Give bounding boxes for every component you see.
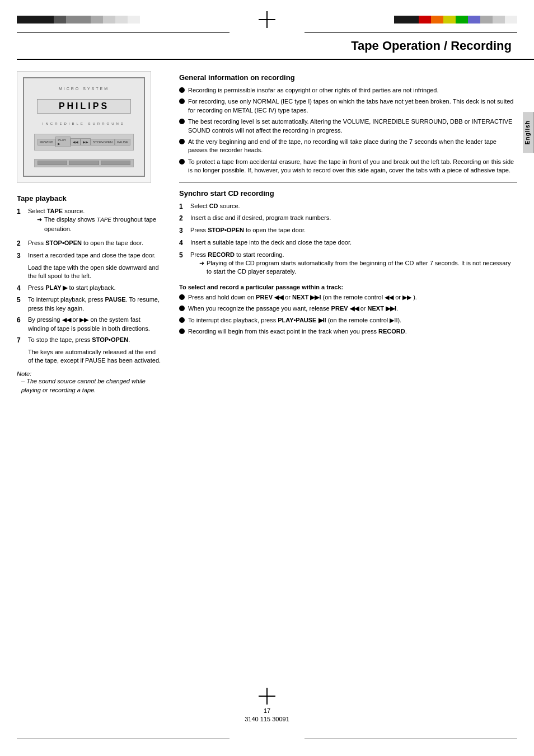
crosshair-bottom [259,688,275,705]
bullet-text: The best recording level is set automati… [188,118,517,135]
section-divider [179,182,517,182]
color-bar [103,16,115,24]
top-color-bars [0,11,534,28]
note-section: Note: – The sound source cannot be chang… [17,370,162,395]
device-tagline-label: INCREDIBLE SURROUND [43,122,125,125]
tape-slot [38,161,67,165]
color-bar [406,16,419,24]
bullet-spacer [17,348,26,365]
next-button[interactable]: ▶▶ [81,138,91,145]
right-color-bars [394,16,517,24]
color-bar [115,16,128,24]
bullet-text: When you recognize the passage you want,… [188,304,398,313]
bullet-icon [179,139,185,144]
step-content: The keys are automatically released at t… [28,348,162,365]
page-bottom: 17 3140 115 30091 [0,688,534,722]
play-button[interactable]: PLAY ▶ [55,137,71,147]
color-bar [41,16,54,24]
bullet-text: To interrupt disc playback, press PLAY•P… [188,316,401,325]
color-bar [17,16,29,24]
pause-button[interactable]: PAUSE [115,139,130,145]
bullet-spacer [17,264,26,281]
page: Tape Operation / Recording MICRO SYSTEM … [0,0,534,756]
bullet-text: Recording will begin from this exact poi… [188,327,407,336]
top-border [0,32,534,33]
bullet-icon [179,159,185,165]
bullet-text: At the very beginning and end of the tap… [188,138,517,155]
bold-stop-open-2: STOP•OPEN [92,336,128,343]
step-number: 1 [17,207,26,236]
color-bar [468,16,480,24]
bullet-icon [179,294,185,300]
bold-play-pause: PLAY•PAUSE ▶II [278,317,326,323]
list-item: Press and hold down on PREV ◀◀ or NEXT ▶… [179,293,517,302]
list-item: The best recording level is set automati… [179,118,517,135]
bottom-border [0,739,534,739]
synchro-title: Synchro start CD recording [179,189,517,198]
border-line-bottom-right [305,739,517,739]
list-item: 2 Insert a disc and if desired, program … [179,214,517,223]
color-bar [128,16,140,24]
list-item: 5 Press RECORD to start recording. ➜ Pla… [179,251,517,279]
tape-playback-title: Tape playback [17,194,162,203]
arrow-icon: ➜ [37,215,42,224]
bold-stop-open-3: STOP•OPEN [208,227,244,233]
color-bar [505,16,517,24]
step-number: 1 [179,202,188,212]
arrow-text: The display shows TAPE throughout tape o… [44,215,162,233]
device-bottom [34,159,134,167]
bold-record-2: RECORD [378,328,405,335]
rewind-button[interactable]: REWIND [38,139,55,145]
color-bar [91,16,103,24]
bullet-icon [179,306,185,311]
arrow-note: ➜ The display shows TAPE throughout tape… [37,215,162,233]
general-info-title: General information on recording [179,73,517,82]
list-item: 3 Insert a recorded tape and close the t… [17,251,162,261]
list-item: The keys are automatically released at t… [17,348,162,365]
step-number: 5 [17,295,26,313]
color-bar [78,16,91,24]
list-item: 6 By pressing ◀◀ or ▶▶ on the system fas… [17,316,162,333]
step-number: 6 [17,316,26,333]
bullet-text: For recording, use only NORMAL (IEC type… [188,97,517,115]
list-item: 1 Select CD source. [179,202,517,212]
crosshair-top [259,11,275,28]
stop-open-button[interactable]: STOP•OPEN [91,139,115,145]
color-bar [443,16,456,24]
list-item: For recording, use only NORMAL (IEC type… [179,97,517,115]
step-number: 5 [179,251,188,279]
list-item: 5 To interrupt playback, press PAUSE. To… [17,295,162,313]
passage-title: To select and record a particular passag… [179,284,517,290]
list-item: 4 Press PLAY ▶ to start playback. [17,284,162,293]
step-number: 4 [179,238,188,248]
left-color-bars [17,16,140,24]
step-number: 4 [17,284,26,293]
step-content: Insert a disc and if desired, program tr… [190,214,517,223]
note-title: Note: [17,370,162,377]
step-content: Insert a suitable tape into the deck and… [190,238,517,248]
device-brand-label: PHILIPS [37,99,131,114]
bold-play: PLAY ▶ [45,284,67,291]
color-bar [456,16,468,24]
step-content: Press STOP•OPEN to open the tape door. [190,226,517,236]
tape-playback-list: 1 Select TAPE source. ➜ The display show… [17,207,162,365]
bullet-text: Recording is permissible insofar as copy… [188,86,439,95]
right-column: English General information on recording… [174,71,517,397]
prev-button[interactable]: ◀◀ [71,138,81,145]
step-number: 2 [179,214,188,223]
page-number: 17 [264,707,270,714]
bold-pause: PAUSE [105,296,126,303]
device-image: MICRO SYSTEM PHILIPS INCREDIBLE SURROUND… [17,71,151,183]
step-number: 3 [179,226,188,236]
page-title: Tape Operation / Recording [17,39,534,60]
border-line-bottom-left [17,739,229,739]
step-number: 3 [17,251,26,261]
bold-prev-2: PREV ◀◀ [331,305,359,312]
color-bar [394,16,406,24]
bold-cd: CD [209,203,218,209]
step-content: Press PLAY ▶ to start playback. [28,284,162,293]
arrow-icon: ➜ [199,259,204,267]
step-content: Select CD source. [190,202,517,212]
color-bar [480,16,493,24]
english-tab: English [523,112,534,153]
